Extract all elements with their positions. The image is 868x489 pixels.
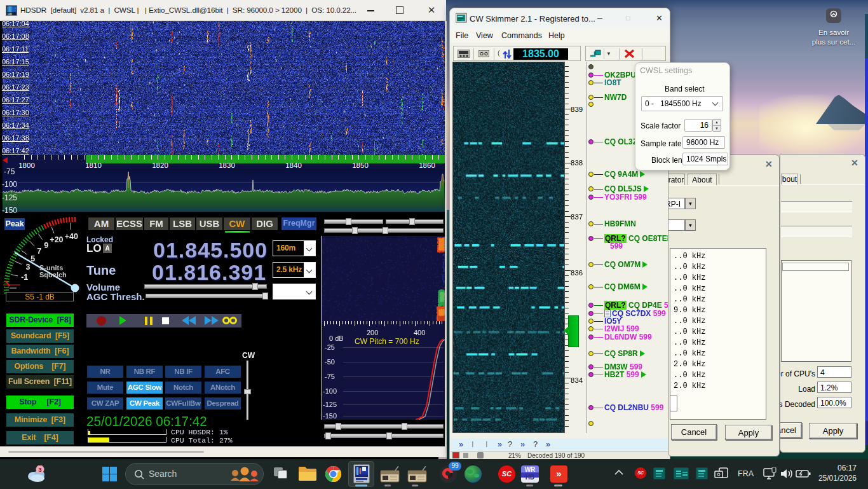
svg-text:7: 7: [37, 247, 41, 256]
svg-text:-1: -1: [21, 273, 28, 282]
svg-text:3: 3: [26, 263, 31, 272]
svg-text:3: 3: [38, 466, 41, 473]
svg-text:9: 9: [44, 241, 48, 250]
svg-text:+20: +20: [50, 235, 63, 244]
svg-text:+40: +40: [65, 232, 78, 241]
